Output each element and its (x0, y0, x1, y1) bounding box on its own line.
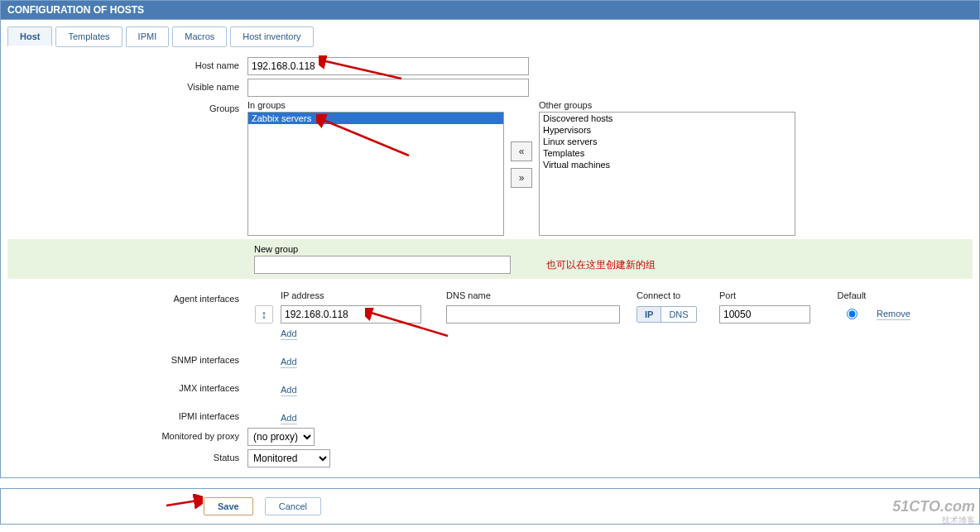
remove-interface-link[interactable]: Remove (877, 309, 910, 320)
label-new-group: New group (254, 244, 973, 254)
tab-ipmi[interactable]: IPMI (126, 26, 170, 47)
other-group-option[interactable]: Hypervisors (540, 124, 795, 136)
connect-ip-button[interactable]: IP (637, 307, 661, 322)
header-port: Port (719, 290, 827, 300)
add-agent-interface-link[interactable]: Add (281, 328, 297, 340)
label-proxy: Monitored by proxy (7, 428, 247, 441)
header-connect-to: Connect to (637, 290, 719, 300)
svg-line-1 (321, 119, 409, 156)
agent-port-input[interactable] (719, 305, 810, 324)
add-ipmi-interface-link[interactable]: Add (281, 413, 297, 424)
move-right-button[interactable]: » (511, 168, 532, 188)
label-jmx-interfaces: JMX interfaces (7, 380, 247, 393)
label-visible-name: Visible name (7, 79, 247, 92)
label-other-groups: Other groups (539, 100, 795, 110)
other-group-option[interactable]: Discovered hosts (540, 113, 795, 124)
header-default: Default (827, 290, 877, 300)
tab-host[interactable]: Host (7, 26, 52, 47)
cancel-button[interactable]: Cancel (265, 497, 321, 515)
tab-macros[interactable]: Macros (172, 26, 227, 47)
status-select[interactable]: Monitored (247, 449, 330, 467)
label-snmp-interfaces: SNMP interfaces (7, 352, 247, 365)
label-status: Status (7, 449, 247, 463)
tabs-bar: Host Templates IPMI Macros Host inventor… (7, 26, 973, 47)
label-groups: Groups (7, 100, 247, 113)
add-jmx-interface-link[interactable]: Add (281, 385, 297, 396)
connect-to-toggle[interactable]: IP DNS (637, 306, 697, 323)
header-ip: IP address (281, 290, 446, 300)
tab-templates[interactable]: Templates (55, 26, 122, 47)
proxy-select[interactable]: (no proxy) (247, 428, 315, 446)
new-group-note: 也可以在这里创建新的组 (546, 259, 656, 271)
visible-name-input[interactable] (247, 79, 529, 97)
agent-ip-input[interactable] (281, 305, 421, 324)
other-group-option[interactable]: Virtual machines (540, 159, 795, 170)
form-footer: Save Cancel (0, 488, 980, 525)
add-snmp-interface-link[interactable]: Add (281, 357, 297, 368)
label-ipmi-interfaces: IPMI interfaces (7, 408, 247, 421)
page-header: CONFIGURATION OF HOSTS (0, 0, 980, 20)
label-host-name: Host name (7, 57, 247, 70)
save-button[interactable]: Save (204, 497, 253, 515)
host-name-input[interactable] (247, 57, 529, 75)
host-form: Host Templates IPMI Macros Host inventor… (0, 20, 980, 478)
other-group-option[interactable]: Linux servers (540, 136, 795, 147)
svg-line-3 (166, 501, 198, 506)
tab-inventory[interactable]: Host inventory (230, 26, 313, 47)
new-group-input[interactable] (254, 256, 511, 274)
header-dns: DNS name (446, 290, 637, 300)
other-group-option[interactable]: Templates (540, 147, 795, 159)
default-interface-radio[interactable] (847, 309, 858, 319)
in-groups-listbox[interactable]: Zabbix servers (247, 112, 504, 236)
label-in-groups: In groups (247, 100, 504, 110)
move-left-button[interactable]: « (511, 141, 532, 161)
new-group-section: New group 也可以在这里创建新的组 (7, 239, 973, 279)
drag-handle-icon[interactable]: ↕ (255, 305, 273, 324)
other-groups-listbox[interactable]: Discovered hosts Hypervisors Linux serve… (539, 112, 795, 236)
label-agent-interfaces: Agent interfaces (7, 290, 247, 304)
connect-dns-button[interactable]: DNS (661, 307, 695, 322)
agent-dns-input[interactable] (446, 305, 620, 324)
watermark: 51CTO.com 技术博客 (892, 498, 975, 525)
in-group-option[interactable]: Zabbix servers (248, 113, 503, 124)
